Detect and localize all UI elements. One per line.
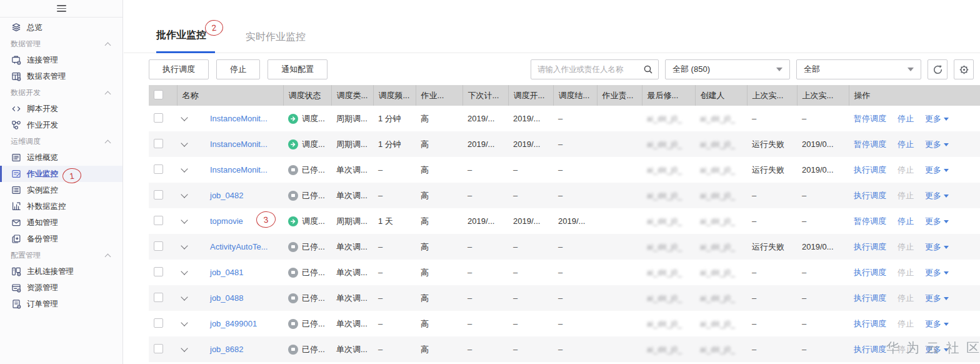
status-filter-dropdown[interactable]: 全部 (850)	[665, 59, 790, 79]
job-name-link[interactable]: job_0481	[210, 268, 244, 277]
expand-row-icon[interactable]	[181, 114, 188, 121]
row-checkbox[interactable]	[154, 164, 163, 174]
tab-batch-job-monitor[interactable]: 批作业监控	[156, 29, 215, 53]
table-header-col-11: 上次实...	[747, 85, 797, 106]
stop-button[interactable]: 停止	[216, 59, 260, 79]
primary-schedule-action-link[interactable]: 执行调度	[854, 293, 886, 304]
cell-next-plan: –	[462, 285, 508, 311]
more-actions-link[interactable]: 更多	[925, 344, 949, 355]
row-checkbox[interactable]	[154, 113, 163, 123]
more-actions-link[interactable]: 更多	[925, 216, 949, 227]
more-actions-link[interactable]: 更多	[925, 293, 949, 304]
sidebar-item-0[interactable]: 总览	[0, 19, 122, 36]
primary-schedule-action-link[interactable]: 暂停调度	[854, 139, 886, 150]
cell-next-plan: –	[462, 311, 508, 336]
more-actions-link[interactable]: 更多	[925, 139, 949, 150]
sidebar-item-label: 实例监控	[27, 185, 58, 196]
more-actions-link[interactable]: 更多	[925, 318, 949, 330]
primary-schedule-action-link[interactable]: 执行调度	[854, 190, 886, 201]
notify-config-button[interactable]: 通知配置	[268, 59, 328, 79]
more-actions-link[interactable]: 更多	[925, 241, 949, 253]
sidebar-item-17[interactable]: 订单管理	[0, 296, 122, 312]
stop-action-link[interactable]: 停止	[898, 216, 914, 227]
sidebar-item-label: 订单管理	[27, 299, 58, 310]
expand-row-icon[interactable]	[181, 139, 188, 146]
sidebar-item-2[interactable]: 连接管理	[0, 52, 122, 68]
refresh-button[interactable]	[928, 59, 948, 79]
more-actions-link[interactable]: 更多	[925, 164, 949, 176]
sidebar-section-14[interactable]: 配置管理	[0, 247, 122, 263]
cell-select	[149, 285, 177, 311]
sidebar-item-3[interactable]: 数据表管理	[0, 68, 122, 84]
job-name-link[interactable]: topmovie	[210, 216, 243, 226]
job-name-link[interactable]: InstanceMonit...	[210, 165, 268, 174]
expand-row-icon[interactable]	[181, 293, 188, 300]
sidebar-item-label: 作业监控	[27, 169, 58, 179]
sidebar-item-6[interactable]: 作业开发	[0, 117, 122, 133]
row-checkbox[interactable]	[154, 344, 163, 353]
type-filter-dropdown[interactable]: 全部	[796, 59, 921, 79]
tab-realtime-job-monitor[interactable]: 实时作业监控	[246, 31, 306, 53]
row-checkbox[interactable]	[154, 293, 163, 302]
settings-gear-button[interactable]	[954, 59, 974, 79]
job-name-link[interactable]: job_0488	[210, 293, 244, 303]
search-icon[interactable]	[643, 64, 653, 74]
primary-schedule-action-link[interactable]: 暂停调度	[854, 113, 886, 124]
row-checkbox[interactable]	[154, 318, 163, 328]
cell-actions: 执行调度 停止 更多	[849, 260, 980, 285]
masked-text: ai_dit_j0_	[700, 114, 735, 123]
expand-row-icon[interactable]	[181, 165, 188, 172]
stop-action-link[interactable]: 停止	[898, 113, 914, 124]
expand-row-icon[interactable]	[181, 268, 188, 275]
expand-row-icon[interactable]	[181, 191, 188, 198]
sidebar-item-8[interactable]: 运维概览	[0, 149, 122, 166]
cell-sched-type: 周期调...	[331, 106, 373, 131]
row-checkbox[interactable]	[154, 267, 163, 276]
expand-row-icon[interactable]	[181, 216, 188, 223]
cell-owner	[597, 183, 642, 208]
select-all-checkbox[interactable]	[154, 90, 163, 99]
caret-down-icon	[944, 271, 949, 275]
primary-schedule-action-link[interactable]: 执行调度	[854, 344, 886, 355]
job-name-link[interactable]: job_0482	[210, 191, 244, 200]
sidebar-item-label: 数据表管理	[27, 71, 66, 82]
primary-schedule-action-link[interactable]: 暂停调度	[854, 216, 886, 227]
sidebar-section-4[interactable]: 数据开发	[0, 84, 122, 101]
sidebar-item-12[interactable]: 通知管理	[0, 215, 122, 231]
row-checkbox[interactable]	[154, 241, 163, 251]
sidebar-item-13[interactable]: 备份管理	[0, 231, 122, 247]
expand-row-icon[interactable]	[181, 319, 188, 326]
row-checkbox[interactable]	[154, 216, 163, 225]
sidebar-section-7[interactable]: 运维调度	[0, 133, 122, 149]
run-schedule-button[interactable]: 执行调度	[149, 59, 209, 79]
primary-schedule-action-link[interactable]: 执行调度	[854, 164, 886, 176]
stop-action-link[interactable]: 停止	[898, 139, 914, 150]
row-checkbox[interactable]	[154, 190, 163, 200]
primary-schedule-action-link[interactable]: 执行调度	[854, 241, 886, 253]
sidebar-item-16[interactable]: 资源管理	[0, 280, 122, 296]
expand-row-icon[interactable]	[181, 242, 188, 249]
job-name-link[interactable]: InstanceMonit...	[210, 139, 268, 149]
more-actions-link[interactable]: 更多	[925, 190, 949, 201]
expand-row-icon[interactable]	[181, 345, 188, 351]
sidebar-section-1[interactable]: 数据管理	[0, 36, 122, 52]
sidebar-item-11[interactable]: 补数据监控	[0, 198, 122, 215]
collapse-menu-icon[interactable]	[57, 5, 66, 11]
sidebar-item-5[interactable]: 脚本开发	[0, 101, 122, 117]
job-name-link[interactable]: job_8682	[210, 345, 244, 354]
row-checkbox[interactable]	[154, 139, 163, 148]
job-name-link[interactable]: InstanceMonit...	[210, 114, 268, 123]
more-actions-link[interactable]: 更多	[925, 113, 949, 124]
primary-schedule-action-link[interactable]: 执行调度	[854, 318, 886, 330]
cell-name: job_0482	[205, 183, 283, 208]
sidebar-item-15[interactable]: 主机连接管理	[0, 263, 122, 280]
job-name-link[interactable]: ActivityAutoTe...	[210, 242, 268, 251]
more-actions-link[interactable]: 更多	[925, 267, 949, 278]
job-name-link[interactable]: job_8499001	[210, 319, 257, 328]
sidebar-item-9[interactable]: 作业监控	[0, 166, 122, 182]
status-running-icon	[288, 114, 298, 124]
primary-schedule-action-link[interactable]: 执行调度	[854, 267, 886, 278]
sidebar-item-10[interactable]: 实例监控	[0, 182, 122, 198]
notify-icon	[11, 218, 21, 228]
search-input[interactable]	[531, 65, 643, 74]
